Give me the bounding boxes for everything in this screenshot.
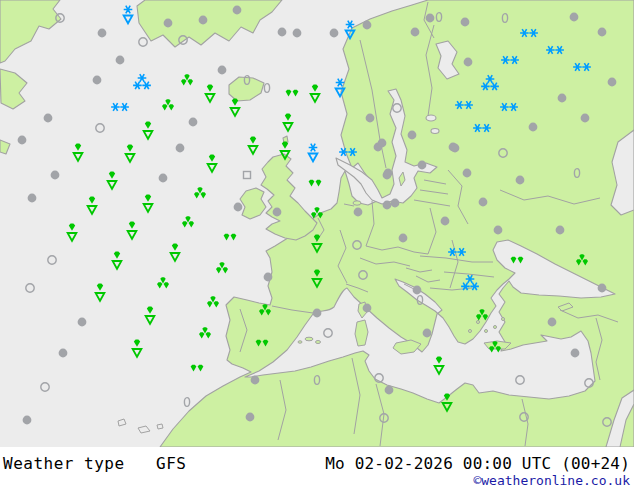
cloudy-icon (78, 318, 87, 327)
validity-timestamp: Mo 02-02-2026 00:00 UTC (00+24) (325, 454, 630, 473)
cloudy-icon (59, 349, 68, 358)
copyright-link[interactable]: ©weatheronline.co.uk (473, 473, 630, 488)
cloudy-icon (251, 376, 260, 385)
rain-shower-icon (144, 121, 153, 138)
clear-sky-icon (26, 284, 34, 292)
cloudy-icon (363, 21, 372, 30)
haze-icon (436, 13, 441, 22)
cloudy-icon (93, 76, 102, 85)
clear-sky-icon (375, 374, 383, 382)
cloudy-icon (441, 217, 450, 226)
clear-sky-icon (324, 329, 332, 337)
cloudy-icon (159, 174, 168, 183)
cloudy-icon (516, 176, 525, 185)
rain-shower-icon (113, 251, 122, 268)
cloudy-icon (451, 144, 460, 153)
clear-sky-icon (516, 376, 524, 384)
snow-icon (474, 125, 490, 131)
clear-sky-icon (585, 379, 593, 387)
cloudy-icon (571, 349, 580, 358)
cloudy-icon (558, 94, 567, 103)
cloudy-icon (18, 136, 27, 145)
cloudy-icon (426, 14, 435, 23)
cloudy-icon (570, 13, 579, 22)
clear-sky-icon (603, 418, 611, 426)
cloudy-icon (418, 161, 427, 170)
cloudy-icon (330, 29, 339, 38)
clear-sky-icon (520, 413, 528, 421)
haze-icon (244, 76, 249, 85)
rain-shower-icon (133, 339, 142, 356)
rain-shower-icon (281, 141, 290, 158)
cloudy-icon (264, 273, 273, 282)
clear-sky-icon (380, 414, 388, 422)
clear-sky-icon (179, 36, 187, 44)
cloudy-icon (529, 123, 538, 132)
rain-shower-icon (313, 269, 322, 286)
cloudy-icon (378, 139, 387, 148)
heavy-snow-icon (482, 76, 498, 90)
rain-shower-icon (144, 194, 153, 211)
cloudy-icon (463, 169, 472, 178)
cloudy-icon (598, 28, 607, 37)
rain-shower-icon (313, 234, 322, 251)
rain-icon (199, 327, 211, 338)
cloudy-icon (246, 413, 255, 422)
rain-shower-icon (311, 84, 320, 101)
rain-icon (489, 341, 501, 352)
cloudy-icon (164, 19, 173, 28)
cloudy-icon (383, 171, 392, 180)
cloudy-icon (408, 131, 417, 140)
cloudy-icon (385, 386, 394, 395)
cloudy-icon (313, 309, 322, 318)
weather-symbols-layer (0, 0, 634, 447)
cloudy-icon (218, 66, 227, 75)
snow-shower-icon (336, 79, 345, 96)
cloudy-icon (598, 284, 607, 293)
cloudy-icon (234, 203, 243, 212)
clear-sky-icon (139, 38, 147, 46)
cloudy-icon (293, 29, 302, 38)
rain-shower-icon (231, 98, 240, 115)
snow-icon (521, 30, 537, 36)
rain-shower-icon (88, 196, 97, 213)
rain-icon (576, 254, 588, 265)
clear-sky-icon (56, 14, 64, 22)
snow-icon (112, 104, 128, 110)
rain-icon (181, 74, 193, 85)
rain-icon (182, 216, 194, 227)
snow-icon (456, 102, 472, 108)
rain-shower-icon (74, 143, 83, 160)
cloudy-icon (363, 304, 372, 313)
clear-sky-icon (359, 271, 367, 279)
cloudy-icon (413, 286, 422, 295)
rain-shower-icon (443, 393, 452, 410)
haze-icon (417, 296, 422, 305)
map-footer: Weather type GFS Mo 02-02-2026 00:00 UTC… (0, 447, 634, 490)
cloudy-icon (423, 329, 432, 338)
rain-icon (194, 187, 206, 198)
haze-icon (574, 169, 579, 178)
cloudy-icon (608, 78, 617, 87)
snow-icon (502, 57, 518, 63)
cloudy-icon (44, 114, 53, 123)
rain-icon (259, 304, 271, 315)
drizzle-icon (224, 234, 237, 241)
rain-shower-icon (96, 283, 105, 300)
cloudy-icon (273, 208, 282, 217)
haze-icon (314, 376, 319, 385)
drizzle-icon (309, 180, 322, 187)
cloudy-icon (399, 234, 408, 243)
cloudy-icon (461, 18, 470, 27)
rain-icon (207, 296, 219, 307)
cloudy-icon (581, 114, 590, 123)
rain-shower-icon (171, 243, 180, 260)
cloudy-icon (176, 144, 185, 153)
snow-icon (547, 47, 563, 53)
weather-map-app: Weather type GFS Mo 02-02-2026 00:00 UTC… (0, 0, 634, 490)
cloudy-icon (366, 114, 375, 123)
clear-sky-icon (41, 383, 49, 391)
cloudy-icon (28, 194, 37, 203)
snow-shower-icon (309, 144, 318, 161)
rain-shower-icon (68, 223, 77, 240)
